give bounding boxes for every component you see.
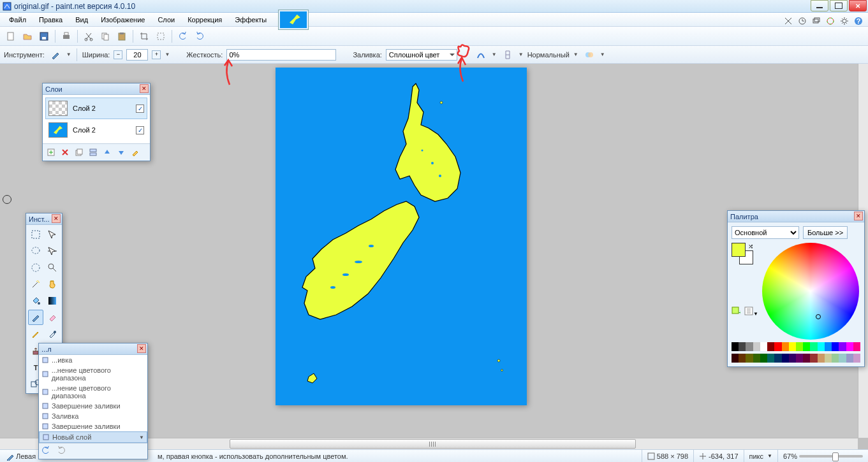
layer-row[interactable]: Слой 2 ✓ xyxy=(45,97,147,119)
palette-color[interactable] xyxy=(767,342,774,351)
help-icon[interactable]: ? xyxy=(853,15,864,27)
zoom-slider[interactable] xyxy=(799,455,863,458)
menu-file[interactable]: Файл xyxy=(3,14,33,25)
palette-color[interactable] xyxy=(774,342,781,351)
palette-color[interactable] xyxy=(803,342,810,351)
add-swatch-button[interactable]: + xyxy=(732,307,740,317)
palette-color[interactable] xyxy=(803,354,810,363)
close-button[interactable] xyxy=(849,0,867,11)
gradient-tool[interactable] xyxy=(45,293,60,308)
blend-icon[interactable] xyxy=(501,48,515,62)
history-row[interactable]: Завершение заливки xyxy=(39,421,147,431)
canvas[interactable] xyxy=(276,68,527,405)
layer-visible-checkbox[interactable]: ✓ xyxy=(136,105,144,113)
palette-color[interactable] xyxy=(746,342,753,351)
delete-layer-button[interactable] xyxy=(59,147,71,158)
palette-color[interactable] xyxy=(782,354,789,363)
palette-color[interactable] xyxy=(767,354,774,363)
menu-edit[interactable]: Правка xyxy=(33,14,69,25)
colors-toggle-icon[interactable] xyxy=(825,15,836,27)
layers-toggle-icon[interactable] xyxy=(811,15,822,27)
history-row[interactable]: ...нение цветового диапазона xyxy=(39,383,147,401)
new-file-button[interactable] xyxy=(4,29,18,43)
palette-color[interactable] xyxy=(839,342,846,351)
menu-layers[interactable]: Слои xyxy=(151,14,181,25)
palette-color[interactable] xyxy=(746,354,753,363)
menu-view[interactable]: Вид xyxy=(69,14,94,25)
palette-color[interactable] xyxy=(832,354,839,363)
tools-close-button[interactable]: ✕ xyxy=(52,214,61,223)
palette-color[interactable] xyxy=(774,354,781,363)
palette-color[interactable] xyxy=(846,354,853,363)
status-zoom[interactable]: 67% xyxy=(777,450,868,462)
palette-color[interactable] xyxy=(825,342,832,351)
status-unit[interactable]: пикс▼ xyxy=(744,450,777,462)
wheel-cursor[interactable] xyxy=(816,314,821,319)
doc-thumbnail[interactable] xyxy=(278,10,309,30)
palette-menu-button[interactable]: ▼ xyxy=(744,307,758,317)
width-minus-button[interactable]: − xyxy=(114,50,122,59)
settings-icon[interactable] xyxy=(839,15,850,27)
foreground-swatch[interactable] xyxy=(732,243,746,257)
palette-color[interactable] xyxy=(732,342,739,351)
picker-tool[interactable] xyxy=(45,326,60,342)
palette-color[interactable] xyxy=(846,342,853,351)
layer-row[interactable]: Слой 2 ✓ xyxy=(45,119,147,141)
palette-color[interactable] xyxy=(853,342,860,351)
color-mode-dropdown[interactable]: Основной xyxy=(732,226,799,239)
current-tool-icon[interactable] xyxy=(48,48,63,62)
zoom-tool[interactable] xyxy=(45,260,60,275)
minimize-button[interactable] xyxy=(811,0,828,11)
print-button[interactable] xyxy=(59,29,73,43)
colors-panel[interactable]: Палитра ✕ Основной Больше >> ⤭ + ▼ xyxy=(727,210,865,367)
palette-color[interactable] xyxy=(789,342,796,351)
layer-visible-checkbox[interactable]: ✓ xyxy=(136,126,144,134)
redo-button[interactable] xyxy=(193,29,207,43)
palette-color[interactable] xyxy=(753,342,760,351)
open-button[interactable] xyxy=(20,29,34,43)
undo-hist-button[interactable] xyxy=(41,446,52,456)
menu-effects[interactable]: Эффекты xyxy=(228,14,273,25)
save-button[interactable] xyxy=(37,29,51,43)
brush-tool[interactable] xyxy=(28,310,43,325)
layer-props-button[interactable] xyxy=(129,147,141,158)
rect-select-tool[interactable] xyxy=(28,227,43,242)
palette-color[interactable] xyxy=(753,354,760,363)
maximize-button[interactable] xyxy=(830,0,848,11)
layers-panel[interactable]: Слои ✕ Слой 2 ✓ Слой 2 ✓ xyxy=(42,83,151,161)
move-select-tool[interactable] xyxy=(45,227,60,242)
palette-color[interactable] xyxy=(825,354,832,363)
palette-color[interactable] xyxy=(760,342,767,351)
fill-dropdown[interactable]: Сплошной цвет xyxy=(386,49,457,61)
history-row[interactable]: Новый слой▼ xyxy=(39,431,147,443)
palette-color[interactable] xyxy=(732,354,739,363)
menu-adjust[interactable]: Коррекция xyxy=(181,14,228,25)
add-layer-button[interactable] xyxy=(45,147,57,158)
history-close-button[interactable]: ✕ xyxy=(137,344,146,353)
palette-strip-2[interactable] xyxy=(732,354,860,363)
menu-image[interactable]: Изображение xyxy=(94,14,151,25)
dup-layer-button[interactable] xyxy=(73,147,85,158)
palette-color[interactable] xyxy=(739,354,746,363)
ellipse-select-tool[interactable] xyxy=(28,260,43,275)
swap-colors-icon[interactable]: ⤭ xyxy=(748,243,753,250)
palette-color[interactable] xyxy=(832,342,839,351)
width-input[interactable] xyxy=(126,49,148,61)
colors-close-button[interactable]: ✕ xyxy=(854,212,863,220)
fill-tool[interactable] xyxy=(28,293,43,308)
pan-tool[interactable] xyxy=(45,277,60,292)
color-wheel[interactable] xyxy=(762,243,859,340)
history-row[interactable]: ...ивка xyxy=(39,355,147,365)
color-swatches[interactable]: ⤭ xyxy=(732,243,753,264)
cut-button[interactable] xyxy=(82,29,96,43)
palette-color[interactable] xyxy=(739,342,746,351)
width-plus-button[interactable]: + xyxy=(152,50,161,59)
more-colors-button[interactable]: Больше >> xyxy=(803,226,848,239)
layer-down-button[interactable] xyxy=(115,147,127,158)
palette-color[interactable] xyxy=(810,342,817,351)
history-row[interactable]: ...нение цветового диапазона xyxy=(39,365,147,383)
eraser-tool[interactable] xyxy=(45,310,60,325)
palette-strip[interactable] xyxy=(732,342,860,351)
palette-color[interactable] xyxy=(760,354,767,363)
history-row[interactable]: Завершение заливки xyxy=(39,401,147,411)
